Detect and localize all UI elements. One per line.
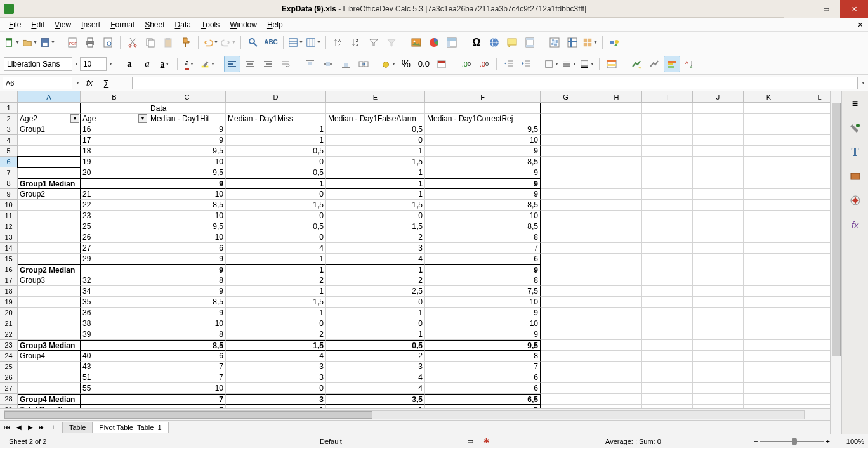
cell-I25[interactable] [642,362,693,372]
cell-H13[interactable] [591,232,642,243]
cell-L24[interactable] [794,351,830,362]
row-header-17[interactable]: 17 [0,275,18,286]
align-bottom-button[interactable] [338,56,354,72]
cell-C11[interactable]: 10 [148,211,226,221]
cell-H9[interactable] [591,189,642,200]
cell-A16[interactable]: Group2 Median [18,264,81,275]
cell-E10[interactable]: 1,5 [326,200,425,211]
cell-J13[interactable] [693,232,744,243]
selection-mode-icon[interactable]: ▭ [467,437,473,445]
cell-G3[interactable] [541,124,591,135]
cell-C17[interactable]: 8 [148,275,226,286]
cell-L9[interactable] [794,189,830,200]
cell-G13[interactable] [541,232,591,243]
cell-A28[interactable]: Group4 Median [18,394,81,405]
tab-add-button[interactable]: + [48,422,58,433]
row-header-18[interactable]: 18 [0,286,18,297]
cell-J24[interactable] [693,351,744,362]
sort-desc-button[interactable]: ZA [348,34,364,51]
cell-B6[interactable]: 19 [81,157,148,167]
cell-C22[interactable]: 8 [148,329,226,340]
equals-button[interactable]: = [115,76,129,90]
cell-K11[interactable] [744,211,794,221]
cell-J3[interactable] [693,124,744,135]
cell-D20[interactable]: 1 [226,308,326,318]
cell-I18[interactable] [642,286,693,297]
cell-D14[interactable]: 4 [226,243,326,254]
merge-cells-button[interactable] [355,56,372,72]
cell-C25[interactable]: 7 [148,362,226,372]
cell-A4[interactable] [18,135,81,146]
cell-K12[interactable] [744,221,794,232]
cell-I23[interactable] [642,340,693,351]
cell-F21[interactable]: 10 [425,318,541,329]
cell-A25[interactable] [18,362,81,372]
cell-A8[interactable]: Group1 Median [18,178,81,189]
cell-L12[interactable] [794,221,830,232]
cell-F5[interactable]: 9 [425,146,541,157]
cell-F20[interactable]: 9 [425,308,541,318]
cell-I28[interactable] [642,394,693,405]
menu-window[interactable]: Window [225,19,262,30]
cell-C16[interactable]: 9 [148,264,226,275]
increase-indent-button[interactable] [501,56,517,72]
cell-C12[interactable]: 9,5 [148,221,226,232]
cell-L19[interactable] [794,297,830,308]
cell-F6[interactable]: 8,5 [425,157,541,167]
cell-I5[interactable] [642,146,693,157]
cell-I10[interactable] [642,200,693,211]
menu-format[interactable]: Format [105,19,140,30]
cell-B3[interactable]: 16 [81,124,148,135]
cell-J27[interactable] [693,383,744,394]
cell-I7[interactable] [642,167,693,178]
cell-B5[interactable]: 18 [81,146,148,157]
cell-D6[interactable]: 0 [226,157,326,167]
formula-expand-icon[interactable]: ▼ [861,81,865,85]
cell-J12[interactable] [693,221,744,232]
row-header-1[interactable]: 1 [0,103,18,114]
cell-I15[interactable] [642,254,693,264]
paste-button[interactable] [160,34,176,51]
cell-B14[interactable]: 27 [81,243,148,254]
cell-K14[interactable] [744,243,794,254]
row-header-25[interactable]: 25 [0,362,18,372]
row-header-7[interactable]: 7 [0,167,18,178]
save-button[interactable]: ▼ [39,34,56,51]
cell-B15[interactable]: 29 [81,254,148,264]
cell-I11[interactable] [642,211,693,221]
cell-K2[interactable] [744,114,794,124]
cell-G17[interactable] [541,275,591,286]
cell-C7[interactable]: 9,5 [148,167,226,178]
date-button[interactable] [433,56,450,72]
cell-H17[interactable] [591,275,642,286]
cell-E8[interactable]: 1 [326,178,425,189]
cell-A23[interactable]: Group3 Median [18,340,81,351]
cell-D3[interactable]: 1 [226,124,326,135]
cell-L18[interactable] [794,286,830,297]
cell-I6[interactable] [642,157,693,167]
row-header-22[interactable]: 22 [0,329,18,340]
select-all-corner[interactable] [0,91,18,103]
cell-H3[interactable] [591,124,642,135]
cell-C6[interactable]: 10 [148,157,226,167]
cell-D22[interactable]: 2 [226,329,326,340]
cell-E5[interactable]: 1 [326,146,425,157]
new-button[interactable]: ▼ [4,34,20,51]
cell-F9[interactable]: 9 [425,189,541,200]
cell-L27[interactable] [794,383,830,394]
row-header-28[interactable]: 28 [0,394,18,405]
align-center-button[interactable] [242,56,258,72]
cell-J2[interactable] [693,114,744,124]
cell-A27[interactable] [18,383,81,394]
row-header-27[interactable]: 27 [0,383,18,394]
cell-E24[interactable]: 2 [326,351,425,362]
properties-icon[interactable] [846,119,864,137]
cell-I27[interactable] [642,383,693,394]
cell-K22[interactable] [744,329,794,340]
row-header-19[interactable]: 19 [0,297,18,308]
cell-F28[interactable]: 6,5 [425,394,541,405]
cell-D25[interactable]: 3 [226,362,326,372]
function-wizard-button[interactable]: fx [82,76,96,90]
cell-C23[interactable]: 8,5 [148,340,226,351]
wrap-text-button[interactable] [277,56,294,72]
